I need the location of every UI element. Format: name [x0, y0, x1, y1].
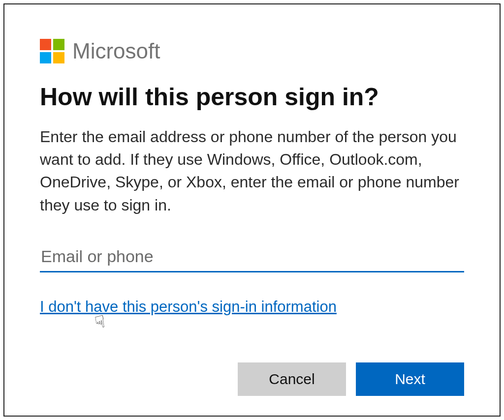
instruction-text: Enter the email address or phone number …: [40, 125, 464, 217]
no-signin-info-link[interactable]: I don't have this person's sign-in infor…: [40, 298, 337, 316]
brand-header: Microsoft: [40, 39, 464, 63]
page-title: How will this person sign in?: [40, 83, 464, 112]
microsoft-logo-icon: [40, 39, 64, 63]
cancel-button[interactable]: Cancel: [238, 362, 346, 396]
dialog-button-row: Cancel Next: [40, 362, 464, 396]
add-user-dialog: Microsoft How will this person sign in? …: [3, 3, 501, 417]
next-button[interactable]: Next: [356, 362, 464, 396]
email-phone-input[interactable]: [40, 244, 464, 272]
brand-name: Microsoft: [72, 39, 160, 63]
email-phone-field: [40, 244, 464, 272]
